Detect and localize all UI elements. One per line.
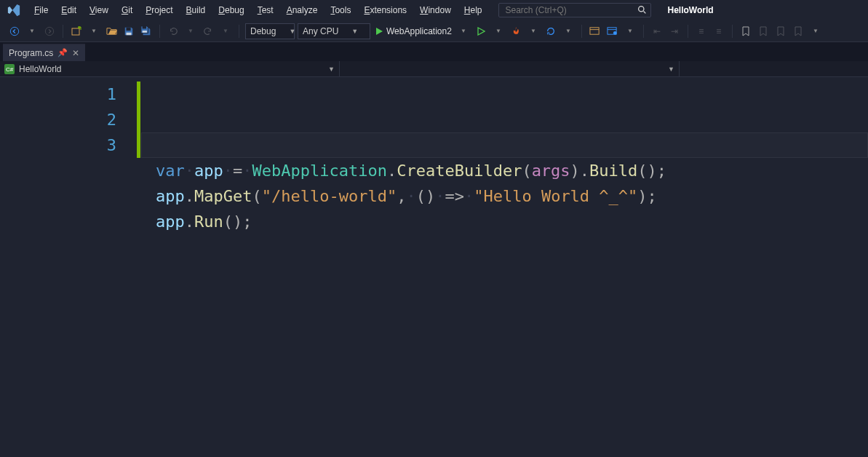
separator	[159, 25, 160, 38]
pin-icon[interactable]: 📌	[57, 48, 68, 57]
csharp-project-icon: C#	[4, 64, 15, 74]
svg-line-1	[644, 12, 646, 14]
menu-project[interactable]: Project	[139, 2, 179, 18]
chevron-down-icon: ▼	[351, 28, 358, 35]
comment-button[interactable]: ≡	[694, 23, 709, 39]
tab-program-cs[interactable]: Program.cs 📌 ✕	[3, 44, 85, 61]
svg-rect-8	[143, 31, 147, 33]
separator	[688, 25, 688, 38]
line-number: 2	[28, 107, 116, 132]
bookmark-button[interactable]	[738, 23, 753, 39]
platform-label: Any CPU	[303, 26, 338, 36]
type-dropdown[interactable]: ▼	[340, 61, 680, 76]
close-icon[interactable]: ✕	[72, 48, 79, 58]
tab-strip: Program.cs 📌 ✕	[0, 42, 868, 61]
redo-dropdown[interactable]: ▼	[218, 23, 233, 39]
search-wrap	[488, 3, 651, 17]
svg-rect-6	[127, 32, 132, 35]
nav-back-dropdown[interactable]: ▼	[25, 23, 39, 39]
code-editor[interactable]: 123 var·app·=·WebApplication.CreateBuild…	[0, 77, 868, 457]
hot-reload-dropdown[interactable]: ▼	[526, 23, 541, 39]
line-numbers: 123	[28, 77, 137, 457]
code-line[interactable]: app.Run();	[156, 209, 868, 234]
separator	[732, 25, 733, 38]
line-number: 3	[28, 132, 116, 158]
menu-git[interactable]: Git	[115, 2, 139, 18]
start-without-debug-dropdown[interactable]: ▼	[491, 23, 506, 39]
nav-forward-button[interactable]	[42, 23, 57, 39]
browser-link-button[interactable]	[588, 23, 602, 39]
menu-analyze[interactable]: Analyze	[280, 2, 324, 18]
current-line-highlight	[141, 132, 868, 158]
refresh-button[interactable]	[544, 23, 558, 39]
code-line[interactable]: var·app·=·WebApplication.CreateBuilder(a…	[156, 158, 868, 183]
tab-label: Program.cs	[9, 48, 53, 58]
config-label: Debug	[250, 26, 276, 36]
menu-debug[interactable]: Debug	[212, 2, 250, 18]
browser-link-dropdown[interactable]: ▼	[623, 23, 637, 39]
menu-file[interactable]: File	[28, 2, 55, 18]
bookmark-dropdown[interactable]: ▼	[808, 23, 823, 39]
menu-build[interactable]: Build	[180, 2, 212, 18]
svg-rect-9	[590, 28, 599, 34]
editor-navbar: C# HelloWorld ▼ ▼	[0, 61, 868, 77]
menu-window[interactable]: Window	[413, 2, 458, 18]
redo-button[interactable]	[201, 23, 215, 39]
menu-bar: FileEditViewGitProjectBuildDebugTestAnal…	[0, 0, 868, 20]
spacer	[680, 61, 868, 76]
menu-extensions[interactable]: Extensions	[357, 2, 413, 18]
start-without-debug-button[interactable]	[474, 23, 488, 39]
start-target-label: WebApplication2	[386, 26, 452, 36]
line-number: 1	[28, 82, 116, 107]
separator	[581, 25, 582, 38]
new-project-dropdown[interactable]: ▼	[87, 23, 101, 39]
search-input[interactable]	[498, 3, 651, 17]
svg-point-13	[613, 31, 617, 35]
bookmark-clear-button[interactable]	[791, 23, 805, 39]
new-project-button[interactable]	[69, 23, 84, 39]
solution-name: HelloWorld	[667, 5, 713, 15]
toolbar: ▼ ▼ ▼ ▼ Debug▼ Any CPU▼ WebApplication2 …	[0, 20, 868, 42]
svg-point-0	[639, 7, 644, 12]
code-area[interactable]: var·app·=·WebApplication.CreateBuilder(a…	[141, 77, 868, 457]
svg-rect-5	[127, 27, 131, 30]
svg-rect-7	[143, 25, 146, 28]
menu-edit[interactable]: Edit	[55, 2, 83, 18]
separator	[63, 25, 63, 38]
scope-label: HelloWorld	[19, 64, 61, 74]
solution-platform-dropdown[interactable]: Any CPU▼	[298, 23, 370, 39]
svg-rect-4	[72, 28, 79, 35]
nav-back-button[interactable]	[7, 23, 22, 39]
undo-button[interactable]	[166, 23, 180, 39]
chevron-down-icon: ▼	[668, 65, 674, 73]
menu-view[interactable]: View	[83, 2, 115, 18]
menu-items: FileEditViewGitProjectBuildDebugTestAnal…	[28, 2, 488, 18]
bookmark-prev-button[interactable]	[756, 23, 771, 39]
solution-config-dropdown[interactable]: Debug▼	[245, 23, 295, 39]
indent-more-button[interactable]: ⇥	[667, 23, 682, 39]
gutter	[0, 77, 28, 457]
chevron-down-icon: ▼	[289, 28, 295, 35]
open-file-button[interactable]	[104, 23, 119, 39]
hot-reload-button[interactable]	[509, 23, 523, 39]
save-button[interactable]	[122, 23, 136, 39]
code-line[interactable]: app.MapGet("/hello-world",·()·=>·"Hello …	[156, 183, 868, 209]
undo-dropdown[interactable]: ▼	[183, 23, 198, 39]
separator	[239, 25, 239, 38]
scope-dropdown[interactable]: C# HelloWorld ▼	[0, 61, 340, 76]
search-icon[interactable]	[637, 5, 647, 15]
svg-point-2	[10, 27, 18, 35]
svg-text:C#: C#	[6, 66, 14, 73]
start-debug-button[interactable]: WebApplication2	[373, 23, 453, 39]
svg-point-3	[45, 27, 53, 35]
indent-less-button[interactable]: ⇤	[650, 23, 664, 39]
bookmark-next-button[interactable]	[773, 23, 788, 39]
menu-test[interactable]: Test	[251, 2, 280, 18]
uncomment-button[interactable]: ≡	[712, 23, 726, 39]
menu-tools[interactable]: Tools	[324, 2, 357, 18]
save-all-button[interactable]	[139, 23, 154, 39]
refresh-dropdown[interactable]: ▼	[561, 23, 576, 39]
menu-help[interactable]: Help	[458, 2, 489, 18]
start-debug-dropdown[interactable]: ▼	[456, 23, 471, 39]
browser-link-2-button[interactable]	[605, 23, 620, 39]
